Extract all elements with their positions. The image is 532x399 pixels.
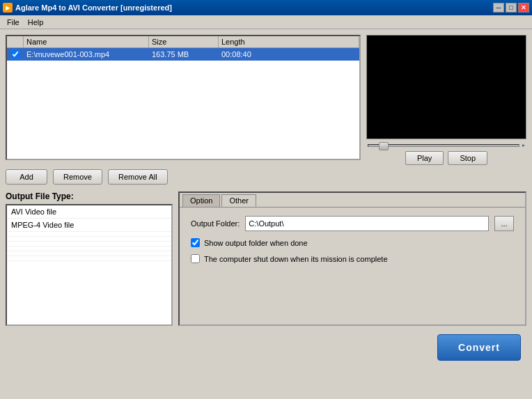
- list-item[interactable]: [7, 251, 171, 256]
- output-type-section: Output File Type: AVI Video file MPEG-4 …: [6, 191, 173, 326]
- col-header-length: Length: [219, 36, 359, 47]
- menu-file[interactable]: File: [3, 17, 24, 28]
- list-item[interactable]: [7, 256, 171, 261]
- list-item[interactable]: [7, 242, 171, 247]
- seek-thumb[interactable]: [379, 142, 389, 150]
- add-button[interactable]: Add: [6, 169, 47, 185]
- output-folder-label: Output Folder:: [191, 219, 240, 228]
- browse-button[interactable]: ...: [494, 216, 514, 231]
- shutdown-when-done-checkbox[interactable]: [191, 254, 200, 263]
- remove-all-button[interactable]: Remove All: [108, 169, 168, 185]
- window-title: Aglare Mp4 to AVI Converter [unregistere…: [15, 3, 172, 12]
- file-size: 163.75 MB: [149, 49, 219, 59]
- output-type-label: Output File Type:: [6, 191, 173, 201]
- maximize-button[interactable]: □: [506, 3, 517, 13]
- tab-option[interactable]: Option: [182, 194, 220, 207]
- output-folder-input[interactable]: [245, 216, 489, 231]
- settings-panel: Option Other Output Folder: ... Show out…: [178, 191, 526, 326]
- play-button[interactable]: Play: [405, 151, 444, 165]
- close-button[interactable]: ✕: [518, 3, 529, 13]
- file-name: E:\muvewe001-003.mp4: [24, 49, 149, 59]
- output-type-list: AVI Video file MPEG-4 Video file: [6, 204, 173, 326]
- tab-other[interactable]: Other: [221, 194, 256, 207]
- minimize-button[interactable]: ─: [493, 3, 504, 13]
- list-item[interactable]: MPEG-4 Video file: [7, 219, 171, 232]
- seek-bar[interactable]: [368, 144, 519, 147]
- shutdown-when-done-label: The computer shut down when its mission …: [204, 255, 388, 263]
- action-buttons: Add Remove Remove All: [6, 169, 526, 187]
- tab-content: Output Folder: ... Show output folder wh…: [180, 207, 525, 324]
- tabs-bar: Option Other: [180, 193, 525, 207]
- file-list: Name Size Length E:\muvewe001-003.mp4 16…: [6, 35, 361, 160]
- show-output-folder-checkbox[interactable]: [191, 238, 200, 247]
- col-header-name: Name: [24, 36, 149, 47]
- remove-button[interactable]: Remove: [53, 169, 102, 185]
- stop-button[interactable]: Stop: [448, 151, 487, 165]
- app-icon: ▶: [3, 3, 13, 13]
- col-header-size: Size: [149, 36, 219, 47]
- show-output-folder-label: Show output folder when done: [204, 239, 308, 247]
- file-row-checkbox[interactable]: [11, 50, 19, 58]
- list-item[interactable]: [7, 237, 171, 242]
- list-item[interactable]: [7, 247, 171, 251]
- table-row[interactable]: E:\muvewe001-003.mp4 163.75 MB 00:08:40: [7, 48, 359, 61]
- menu-help[interactable]: Help: [24, 17, 48, 28]
- title-bar: ▶ Aglare Mp4 to AVI Converter [unregiste…: [0, 0, 532, 15]
- list-item[interactable]: AVI Video file: [7, 205, 171, 219]
- seek-end-marker: ▸: [522, 142, 525, 148]
- convert-button-container: Convert: [6, 330, 526, 365]
- video-preview: [366, 35, 526, 139]
- seek-bar-container: ▸: [366, 142, 526, 148]
- convert-button[interactable]: Convert: [437, 334, 521, 361]
- preview-area: ▸ Play Stop: [366, 35, 526, 165]
- list-item[interactable]: [7, 232, 171, 237]
- menu-bar: File Help: [0, 15, 532, 29]
- file-length: 00:08:40: [219, 49, 359, 59]
